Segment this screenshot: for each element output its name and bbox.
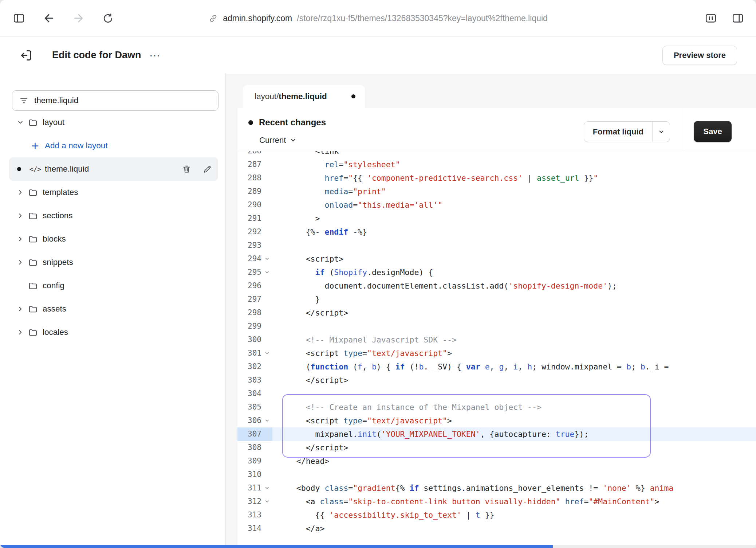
format-options-caret[interactable] xyxy=(652,122,670,142)
delete-file-icon[interactable] xyxy=(182,164,192,174)
preview-store-button[interactable]: Preview store xyxy=(662,46,737,65)
line-number[interactable]: 288 xyxy=(237,171,261,185)
gutter-295[interactable]: 295 xyxy=(237,266,272,279)
format-liquid-button[interactable]: Format liquid xyxy=(584,121,670,142)
code-editor[interactable]: 286 <link287 rel="stylesheet"288 href="{… xyxy=(237,151,756,545)
line-number[interactable]: 301 xyxy=(237,347,261,360)
gutter-309[interactable]: 309 xyxy=(237,454,272,468)
code-line-300[interactable]: 300 <!-- Mixpanel Javascript SDK --> xyxy=(237,333,756,347)
chevron-right-icon[interactable] xyxy=(16,328,25,336)
code-line-296[interactable]: 296 document.documentElement.classList.a… xyxy=(237,279,756,293)
line-number[interactable]: 304 xyxy=(237,387,261,400)
gutter-289[interactable]: 289 xyxy=(237,185,272,198)
sidebar-item-templates[interactable]: templates xyxy=(9,181,218,204)
line-number[interactable]: 299 xyxy=(237,320,261,333)
sidebar-item-locales[interactable]: locales xyxy=(9,321,218,344)
gutter-314[interactable]: 314 xyxy=(237,522,272,535)
sidebar-item-assets[interactable]: assets xyxy=(9,297,218,321)
gutter-302[interactable]: 302 xyxy=(237,360,272,373)
line-number[interactable]: 306 xyxy=(237,414,261,427)
gutter-300[interactable]: 300 xyxy=(237,333,272,347)
code-line-292[interactable]: 292 {%- endif -%} xyxy=(237,225,756,239)
fold-chevron-icon[interactable] xyxy=(261,418,272,424)
gutter-305[interactable]: 305 xyxy=(237,400,272,414)
gutter-292[interactable]: 292 xyxy=(237,225,272,239)
code-line-309[interactable]: 309 </head> xyxy=(237,454,756,468)
code-line-286[interactable]: 286 <link xyxy=(237,151,756,158)
sidebar-item-theme-liquid[interactable]: </>theme.liquid xyxy=(9,157,218,181)
gutter-306[interactable]: 306 xyxy=(237,414,272,427)
line-number[interactable]: 289 xyxy=(237,185,261,198)
line-number[interactable]: 291 xyxy=(237,212,261,225)
line-number[interactable]: 311 xyxy=(237,481,261,495)
exit-icon[interactable] xyxy=(19,48,34,63)
code-line-301[interactable]: 301 <script type="text/javascript"> xyxy=(237,347,756,360)
sidebar-item-layout[interactable]: layout xyxy=(9,111,218,134)
chevron-right-icon[interactable] xyxy=(16,235,25,243)
line-number[interactable]: 298 xyxy=(237,306,261,320)
line-number[interactable]: 307 xyxy=(237,427,261,441)
line-number[interactable]: 294 xyxy=(237,252,261,266)
fold-chevron-icon[interactable] xyxy=(261,256,272,262)
file-search-box[interactable] xyxy=(12,90,218,111)
code-line-289[interactable]: 289 media="print" xyxy=(237,185,756,198)
gutter-286[interactable]: 286 xyxy=(237,151,272,158)
gutter-297[interactable]: 297 xyxy=(237,293,272,306)
code-line-307[interactable]: 307 mixpanel.init('YOUR_MIXPANEL_TOKEN',… xyxy=(237,427,756,441)
line-number[interactable]: 309 xyxy=(237,454,261,468)
line-number[interactable]: 287 xyxy=(237,158,261,171)
line-number[interactable]: 302 xyxy=(237,360,261,373)
line-number[interactable]: 295 xyxy=(237,266,261,279)
gutter-310[interactable]: 310 xyxy=(237,468,272,481)
rename-file-icon[interactable] xyxy=(202,164,212,174)
line-number[interactable]: 297 xyxy=(237,293,261,306)
save-button[interactable]: Save xyxy=(694,121,732,142)
file-search-input[interactable] xyxy=(34,96,212,105)
gutter-299[interactable]: 299 xyxy=(237,320,272,333)
gutter-291[interactable]: 291 xyxy=(237,212,272,225)
fold-chevron-icon[interactable] xyxy=(261,269,272,275)
fold-chevron-icon[interactable] xyxy=(261,498,272,505)
chevron-down-icon[interactable] xyxy=(16,118,25,126)
fold-chevron-icon[interactable] xyxy=(261,350,272,356)
line-number[interactable]: 312 xyxy=(237,495,261,508)
split-view-icon[interactable] xyxy=(731,12,744,25)
gutter-294[interactable]: 294 xyxy=(237,252,272,266)
code-line-306[interactable]: 306 <script type="text/javascript"> xyxy=(237,414,756,427)
line-number[interactable]: 286 xyxy=(237,151,261,158)
address-bar[interactable]: admin.shopify.com/store/rzq1xu-f5/themes… xyxy=(0,0,756,36)
code-line-298[interactable]: 298 </script> xyxy=(237,306,756,320)
code-line-291[interactable]: 291 > xyxy=(237,212,756,225)
gutter-293[interactable]: 293 xyxy=(237,239,272,252)
gutter-296[interactable]: 296 xyxy=(237,279,272,293)
gutter-304[interactable]: 304 xyxy=(237,387,272,400)
line-number[interactable]: 290 xyxy=(237,198,261,212)
code-line-312[interactable]: 312 <a class="skip-to-content-link butto… xyxy=(237,495,756,508)
gutter-313[interactable]: 313 xyxy=(237,508,272,522)
gutter-288[interactable]: 288 xyxy=(237,171,272,185)
code-line-295[interactable]: 295 if (Shopify.designMode) { xyxy=(237,266,756,279)
code-line-288[interactable]: 288 href="{{ 'component-predictive-searc… xyxy=(237,171,756,185)
sidebar-item-snippets[interactable]: snippets xyxy=(9,251,218,274)
code-line-287[interactable]: 287 rel="stylesheet" xyxy=(237,158,756,171)
code-line-305[interactable]: 305 <!-- Create an instance of the Mixpa… xyxy=(237,400,756,414)
code-line-299[interactable]: 299 xyxy=(237,320,756,333)
code-line-302[interactable]: 302 (function (f, b) { if (!b.__SV) { va… xyxy=(237,360,756,373)
code-line-313[interactable]: 313 {{ 'accessibility.skip_to_text' | t … xyxy=(237,508,756,522)
line-number[interactable]: 293 xyxy=(237,239,261,252)
gutter-307[interactable]: 307 xyxy=(237,427,272,441)
line-number[interactable]: 292 xyxy=(237,225,261,239)
chevron-right-icon[interactable] xyxy=(16,258,25,266)
code-line-297[interactable]: 297 } xyxy=(237,293,756,306)
gutter-290[interactable]: 290 xyxy=(237,198,272,212)
code-line-310[interactable]: 310 xyxy=(237,468,756,481)
code-line-293[interactable]: 293 xyxy=(237,239,756,252)
sidebar-item-blocks[interactable]: blocks xyxy=(9,227,218,251)
line-number[interactable]: 310 xyxy=(237,468,261,481)
sidebar-item-add-layout[interactable]: Add a new layout xyxy=(9,134,218,157)
gutter-308[interactable]: 308 xyxy=(237,441,272,454)
code-line-303[interactable]: 303 </script> xyxy=(237,373,756,387)
line-number[interactable]: 308 xyxy=(237,441,261,454)
gutter-303[interactable]: 303 xyxy=(237,373,272,387)
gutter-312[interactable]: 312 xyxy=(237,495,272,508)
